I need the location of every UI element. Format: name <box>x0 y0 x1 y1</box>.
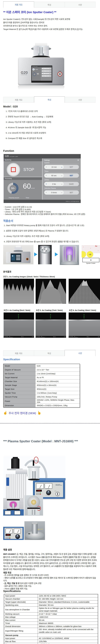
power-button: POWER <box>58 71 62 76</box>
spec-row: TimerMaximum 3600S <box>4 622 98 625</box>
processing-section-label: Processing <box>3 177 42 180</box>
tab-overview[interactable]: 제품 개요 <box>3 350 34 356</box>
spec-row: Target SizeΦ50mm(D) <box>3 387 80 391</box>
arrow-right-icon <box>55 252 58 256</box>
spec-value: Diameter: 50mm; standard thickness: 0.1m… <box>38 600 98 604</box>
sem-metadata-bar: HV det WD mag10.0 kV TLD 5.1 mm 200 000 … <box>3 336 34 338</box>
brand-label: MNT-JS1600 MICRONANO TOOLS <box>56 484 62 486</box>
vacuum-gauge <box>36 483 44 489</box>
ui-footer: GSEM Co., Ltd. All right reserved. <box>3 200 81 203</box>
plasma-coater-title: *** Plasma Sputter Coater (Model : MNT-J… <box>3 440 78 443</box>
specifications-heading: Specifications <box>3 590 21 592</box>
sputter-diagram: Au ↓ ↓ ↓ 시료 + Sputter Coater <box>82 245 100 265</box>
spec-value: ID: 160 MM; Height: 110 mm <box>38 597 98 600</box>
sem-image-small-peaks <box>3 279 34 304</box>
spec-value: -1600 DVC <box>38 616 98 619</box>
setting-row-times: ▼60 sec▲ SET <box>44 173 79 178</box>
sputtering-section-label: Sputtering <box>3 158 42 161</box>
tab-features[interactable]: 특징 <box>34 96 65 103</box>
tab-specs[interactable]: 사양 <box>65 350 96 356</box>
spec-row: Input powerAC 110V/60HZ or 220/50HZ, 450… <box>4 637 98 640</box>
page-title: ** 이온 스퍼터 코터 (Ion Sputter Coater) ** <box>3 10 56 14</box>
down-arrow-icon: ▼ <box>46 192 47 193</box>
spec-key: Overall dimension <box>4 625 38 628</box>
condition-label: 조건 4. Au Coating 10mA / 2min) <box>69 309 96 312</box>
spec-value: ≤ 4X10⁻² mbar <box>38 643 98 644</box>
sem-link[interactable]: ☝ 주사 전자 현미경 (SEM) ☝ <box>3 411 41 415</box>
gear-icon: ⚙ <box>77 159 79 161</box>
tab-specs[interactable]: 사양 <box>65 97 96 102</box>
sem-image-row-1 <box>3 279 100 304</box>
thickness-measurement: 53.8nm <box>84 314 85 319</box>
spec-value: 110V, 60 HZ or 208-240V, 50HZ <box>38 594 98 597</box>
spec-key: Input power <box>4 637 38 640</box>
keypad <box>36 492 41 495</box>
spec-value: Φ50mm(D) <box>35 387 80 391</box>
sample-stage-top-photo <box>38 245 52 264</box>
spec-row: Ion Current1 to 10mA (1mA/step) <box>3 372 80 376</box>
setting-label: Selective Plasma <box>44 187 79 190</box>
setting-row-library: ▼3 No▲ SAVE <box>44 182 79 186</box>
step-item: 3. Library 기능으로 자주 사용하는 조건 저장 (최대 10개) <box>4 235 99 237</box>
spec-row: Sputtering areaDiameter: 50 mm <box>4 604 98 607</box>
spec-value: 120L/Min <box>38 640 98 643</box>
spec-value: Φ140mm(D) x 100mm(H) <box>35 380 80 383</box>
up-arrow-icon: ▲ <box>61 175 62 176</box>
ui-header: G20 Ion Sputter Coater <box>3 154 81 158</box>
feature-item: 1. 7인치 터치 디스플레이로 손쉬운 조작 <box>6 110 96 112</box>
timer-display: 0300 <box>5 534 11 536</box>
operation-heading: 적용순서 <box>3 219 13 222</box>
spec-value: G20 <box>35 364 80 368</box>
spec-row: Max current50 mA <box>4 619 98 622</box>
spec-key: Max current <box>4 619 38 622</box>
spec-value: 220VAC ±10%, 50/60Hz Single Phase, Max. … <box>35 399 80 404</box>
spec-row: Gas atmosphere in ChamberOption for Ar o… <box>4 607 98 612</box>
tab-overview[interactable]: 제품 개요 <box>3 2 34 8</box>
tab-features[interactable]: 특징 <box>34 350 65 356</box>
tab-specs[interactable]: 사양 <box>65 2 96 8</box>
intro-paragraph: Ion Sputter Coater는 전도성이 없는 시료(Sample) 및… <box>3 18 98 31</box>
spec-key: Max vacuum: <box>4 643 38 644</box>
stop-button <box>7 163 20 176</box>
spec-key: Sputter Time <box>3 391 35 395</box>
tab-bar-top: 제품 개요 특징 사양 <box>3 2 96 8</box>
pointing-hand-icon: ☝ <box>3 411 7 415</box>
legend-line: - Times : 1초 단위 설정 (1 to 600) <box>4 208 99 211</box>
spec-key: Working vacuum <box>4 612 38 616</box>
seconds-readout: 60 <box>37 73 39 75</box>
spec-row: Chamber SizeΦ140mm(D) x 100mm(H) <box>3 380 80 383</box>
spec-row: Sputter Time1 to 600sec (1sec/step) <box>3 391 80 395</box>
mnt-description: MNT-JS1600은 금, 백금, 인듐, 팔라듐, 티타늄, 구리, 알루미… <box>3 552 97 571</box>
settings-title: Settings <box>44 159 50 161</box>
spec-row: Vacuum chamberID: 160 MM; Height: 110 mm <box>4 597 98 600</box>
sem-link-text[interactable]: 주사 전자 현미경 (SEM) <box>9 411 36 415</box>
spec-value: 1 to 10mA (1mA/step) <box>35 372 80 376</box>
setting-row-current: ▼10 mA▲ SET <box>44 165 79 169</box>
tab-features[interactable]: 특징 <box>34 2 65 8</box>
hv-wire <box>34 457 38 464</box>
spec-key: Vacuum Pump <box>3 395 35 399</box>
down-arrow-icon: ▼ <box>46 166 47 168</box>
up-arrow-icon: ▲ <box>61 184 62 185</box>
spec-key: Sample Stage <box>3 383 35 387</box>
tab-overview[interactable]: 제품 개요 <box>3 97 34 102</box>
stop-label: STOP <box>23 167 34 172</box>
sem-image-large-peaks <box>36 279 66 304</box>
spec-row: Overall dimension360mm x 300mm x 380mm, … <box>4 625 98 628</box>
legend-line: - Library : 최대 10개 까지 코팅조건 저장 (신규설정 시 Sa… <box>4 210 99 213</box>
arrow-right-icon <box>34 252 37 256</box>
au-label: Au <box>95 245 97 247</box>
g20-product-photo: Ion Sputter Coater ▶ START 50 60 10 mASE… <box>2 33 85 90</box>
spec-row: Max vacuum:≤ 4X10⁻² mbar <box>4 643 98 644</box>
device-photo <box>3 245 33 264</box>
thickness-measurement: 26.2nm <box>18 314 19 319</box>
condition-label-row: 조건 2. Au Coating (5mA / 3min) 조건 3. Au C… <box>3 309 100 312</box>
coater-plate: + <box>82 258 99 262</box>
model-heading: Model : G20 <box>3 105 18 108</box>
thickness-measurement: 32.1nm <box>50 314 51 319</box>
setting-label: Current <box>44 162 79 164</box>
spec-value: Option for Ar or Nitrogen gas for better… <box>38 607 98 612</box>
sputter-coater-caption: Sputter Coater <box>82 262 100 264</box>
spec-row: Max voltage-1600 DVC <box>4 616 98 619</box>
sem-cross-section: 32.1nm HV det WD mag10.0 kV TLD 5.3 mm 2… <box>36 312 66 338</box>
